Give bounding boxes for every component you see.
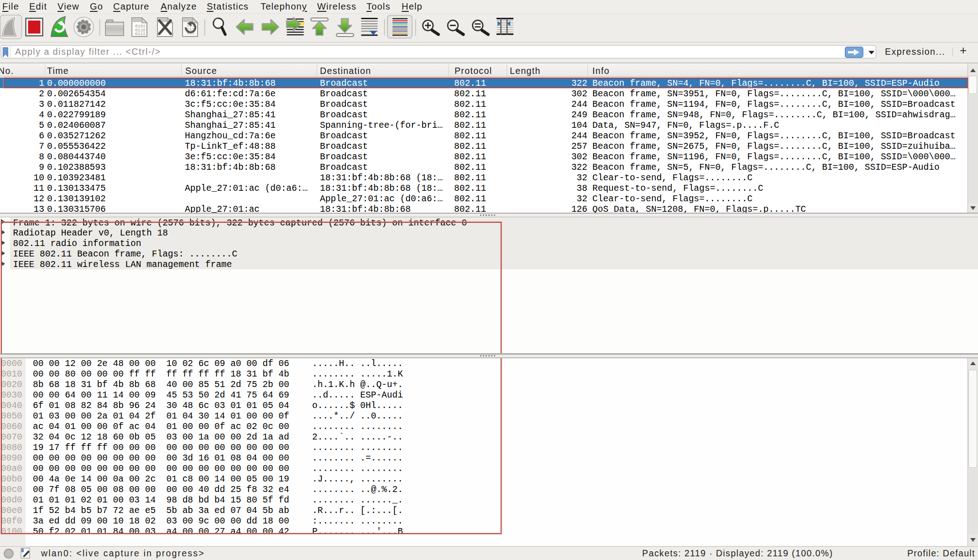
svg-text:0111: 0111 bbox=[135, 31, 146, 37]
